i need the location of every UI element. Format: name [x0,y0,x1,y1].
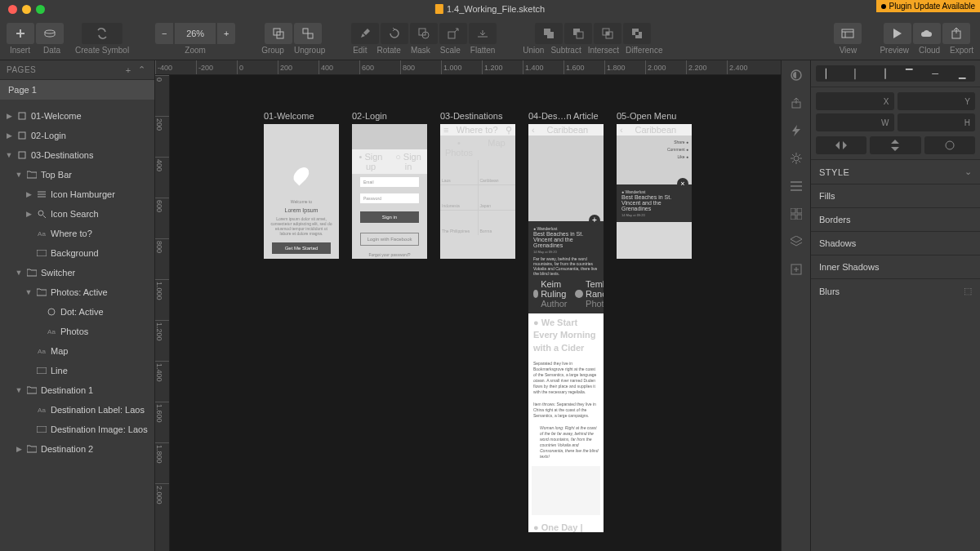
layer-row[interactable]: AaPhotos [0,322,154,341]
artboard-label[interactable]: 04-Des…n Article [528,111,599,121]
data-button[interactable] [36,23,64,44]
artboard-label[interactable]: 02-Login [352,111,387,121]
flatten-button[interactable] [469,23,497,44]
layer-row[interactable]: AaDestination Label: Laos [0,400,154,420]
align-right-icon[interactable]: ▕ [869,65,896,82]
ruler-tick: 1.000 [155,279,169,300]
subtract-button[interactable] [564,23,592,44]
align-top-icon[interactable]: ▔ [896,65,923,82]
scale-button[interactable] [439,23,467,44]
mask-button[interactable] [410,23,438,44]
shadows-section[interactable]: Shadows [811,231,980,255]
collapse-pages-button[interactable]: ⌃ [135,64,148,75]
layer-row[interactable]: AaMap [0,341,154,361]
zoom-out-button[interactable]: − [155,23,173,44]
layer-row[interactable]: ▼03-Destinations [0,145,154,165]
layer-row[interactable]: ▶02-Login [0,126,154,145]
settings-tool-icon[interactable] [786,149,806,168]
fills-section[interactable]: Fills [811,184,980,207]
artboard-label[interactable]: 05-Open Menu [617,111,676,121]
rotation-field[interactable] [924,136,975,154]
minimize-window-button[interactable] [22,5,31,14]
align-bottom-icon[interactable]: ▁ [949,65,976,82]
artboard[interactable]: 05-Open Menu‹CaribbeanShare ●Comment ●Li… [617,124,692,259]
layer-row[interactable]: Background [0,243,154,263]
list-tool-icon[interactable] [786,176,806,196]
disclosure-icon[interactable]: ▼ [15,386,23,394]
grid-tool-icon[interactable] [786,204,806,224]
layer-row[interactable]: Dot: Active [0,302,154,322]
disclosure-icon[interactable]: ▶ [24,210,33,218]
export-button[interactable] [942,23,970,44]
intersect-button[interactable] [594,23,621,44]
disclosure-icon[interactable]: ▼ [24,288,33,296]
cloud-button[interactable] [913,23,941,44]
rotate-button[interactable] [381,23,408,44]
flip-v-button[interactable] [870,136,920,154]
disclosure-icon[interactable]: ▼ [15,269,23,277]
align-middle-icon[interactable]: ─ [922,65,949,82]
layer-row[interactable]: ▶Icon Hamburger [0,184,154,204]
layer-row[interactable]: ▶Destination 2 [0,439,154,459]
disclosure-icon[interactable]: ▶ [24,190,33,198]
maximize-window-button[interactable] [36,5,45,14]
zoom-value[interactable]: 26% [175,23,216,44]
edit-button[interactable] [351,23,379,44]
union-button[interactable] [535,23,563,44]
inner-shadows-section[interactable]: Inner Shadows [811,255,980,278]
add-page-button[interactable]: + [122,65,135,75]
add-artboard-icon[interactable] [786,260,806,279]
artboard[interactable]: 01-WelcomeWelcome toLorem IpsumLorem ips… [264,124,339,259]
layer-row[interactable]: Line [0,361,154,380]
close-window-button[interactable] [8,5,17,14]
layer-type-icon [36,287,47,298]
artboard-label[interactable]: 03-Destinations [440,111,502,121]
layer-row[interactable]: Destination Image: Laos [0,420,154,439]
align-tool-icon[interactable] [786,65,806,85]
export-tool-icon[interactable] [786,93,806,113]
zoom-in-button[interactable]: + [217,23,235,44]
artboard[interactable]: 03-Destinations≡Where to?⚲• PhotosMapLao… [440,124,515,259]
group-button[interactable] [265,23,292,44]
layer-row[interactable]: ▼Top Bar [0,165,154,184]
align-center-icon[interactable]: │ [843,65,870,82]
artboard[interactable]: 02-Login• Sign up○ Sign inEmailPasswordS… [352,124,427,259]
artboard-label[interactable]: 01-Welcome [264,111,314,121]
ruler-horizontal[interactable]: -400-20002004006008001.0001.2001.4001.60… [155,60,781,75]
canvas[interactable]: 01-WelcomeWelcome toLorem IpsumLorem ips… [170,75,781,551]
insert-button[interactable] [7,23,34,44]
align-left-icon[interactable]: ▏ [816,65,843,82]
layer-row[interactable]: ▼Photos: Active [0,282,154,302]
layer-row[interactable]: ▼Destination 1 [0,380,154,400]
borders-section[interactable]: Borders [811,207,980,231]
layer-row[interactable]: ▼Switcher [0,263,154,282]
style-header[interactable]: STYLE⌄ [811,159,980,184]
disclosure-icon[interactable]: ▼ [5,151,13,159]
flip-h-button[interactable] [816,136,866,154]
disclosure-icon[interactable]: ▶ [5,112,13,120]
flash-tool-icon[interactable] [786,121,806,140]
align-toggle[interactable]: ▏ │ ▕ ▔ ─ ▁ [816,65,975,82]
create-symbol-button[interactable] [82,23,122,44]
ungroup-button[interactable] [294,23,322,44]
artboard[interactable]: 04-Des…n Article‹Caribbean+● WanderlustB… [528,124,604,532]
layer-row[interactable]: AaWhere to? [0,224,154,243]
layers-tool-icon[interactable] [786,232,806,251]
difference-button[interactable] [623,23,651,44]
page-item[interactable]: Page 1 [0,80,154,100]
layer-row[interactable]: ▶01-Welcome [0,106,154,126]
h-field[interactable]: H [898,113,976,131]
w-field[interactable]: W [816,113,894,131]
layer-row[interactable]: ▶Icon Search [0,204,154,224]
preview-button[interactable] [884,23,911,44]
blurs-section[interactable]: Blurs⬚ [811,278,980,303]
disclosure-icon[interactable]: ▶ [15,445,23,453]
disclosure-icon[interactable]: ▶ [5,131,13,140]
x-field[interactable]: X [816,92,894,110]
y-field[interactable]: Y [898,92,976,110]
view-button[interactable] [834,23,862,44]
plugin-update-badge[interactable]: Plugin Update Available [876,0,980,12]
ruler-vertical[interactable]: 02004006008001.0001.2001.4001.6001.8002.… [155,75,170,551]
disclosure-icon[interactable]: ▼ [15,171,23,179]
svg-rect-20 [37,367,47,374]
